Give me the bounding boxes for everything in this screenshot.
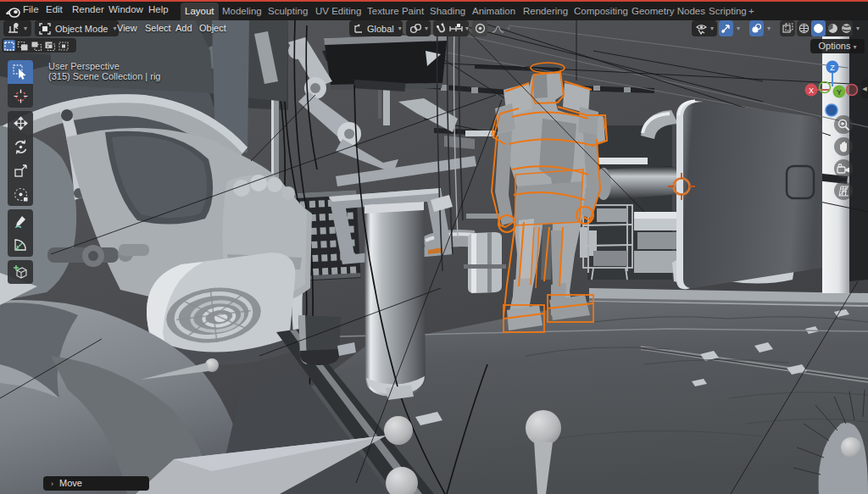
svg-text:X: X [809,86,814,95]
svg-text:Y: Y [837,88,842,97]
svg-text:Z: Z [830,64,835,72]
